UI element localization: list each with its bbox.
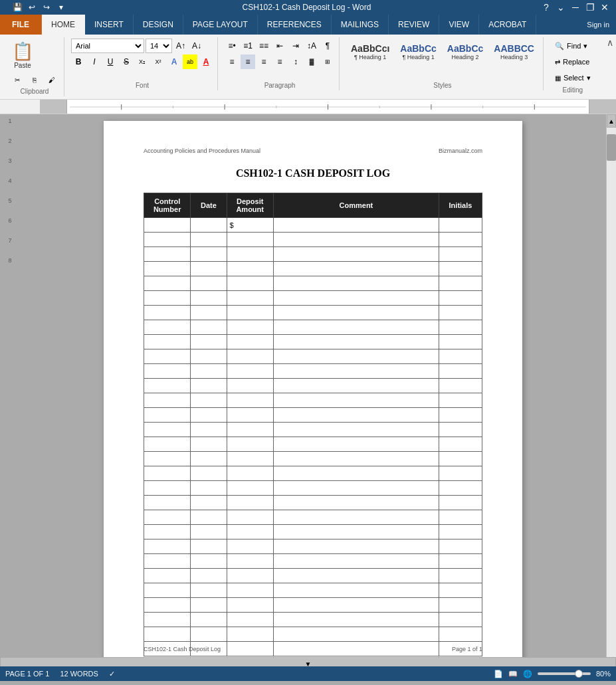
- tab-page-layout[interactable]: PAGE LAYOUT: [183, 15, 258, 35]
- table-row[interactable]: [144, 598, 482, 613]
- table-row[interactable]: [144, 233, 482, 247]
- tab-insert[interactable]: INSERT: [85, 15, 134, 35]
- table-row[interactable]: [144, 393, 482, 408]
- show-paragraph-button[interactable]: ¶: [320, 39, 335, 53]
- text-effect-button[interactable]: A: [167, 54, 181, 69]
- highlight-button[interactable]: ab: [183, 54, 197, 69]
- tab-design[interactable]: DESIGN: [134, 15, 183, 35]
- view-web-layout-button[interactable]: 🌐: [523, 670, 532, 678]
- table-row[interactable]: [144, 423, 482, 437]
- minimize-button[interactable]: ─: [569, 1, 581, 13]
- font-shrink-button[interactable]: A↓: [189, 39, 204, 53]
- table-row[interactable]: [144, 349, 482, 364]
- font-grow-button[interactable]: A↑: [173, 39, 188, 53]
- tab-mailings[interactable]: MAILINGS: [332, 15, 389, 35]
- table-row[interactable]: [144, 583, 482, 598]
- table-row[interactable]: [144, 262, 482, 276]
- table-row[interactable]: [144, 291, 482, 306]
- proofing-icon[interactable]: ✓: [109, 670, 115, 678]
- table-row[interactable]: [144, 452, 482, 466]
- table-row[interactable]: [144, 364, 482, 379]
- vertical-scrollbar[interactable]: ▲ ▼: [606, 114, 616, 666]
- sort-button[interactable]: ↕A: [304, 39, 319, 53]
- help-button[interactable]: ?: [540, 1, 552, 13]
- table-row[interactable]: [144, 466, 482, 481]
- document-page[interactable]: Accounting Policies and Procedures Manua…: [104, 121, 522, 666]
- find-button[interactable]: 🔍 Find ▾: [550, 39, 592, 53]
- select-button[interactable]: ▦ Select ▾: [550, 70, 595, 85]
- table-row[interactable]: [144, 496, 482, 510]
- align-right-button[interactable]: ≡: [257, 54, 271, 69]
- quick-access-more-button[interactable]: ▾: [54, 1, 68, 14]
- decrease-indent-button[interactable]: ⇤: [272, 39, 287, 53]
- format-painter-button[interactable]: 🖌: [44, 73, 60, 86]
- table-row[interactable]: [144, 379, 482, 393]
- header-deposit-amount: DepositAmount: [227, 193, 273, 218]
- style-heading2[interactable]: AaBbCc Heading 2: [444, 40, 486, 64]
- zoom-slider[interactable]: [538, 672, 591, 675]
- underline-button[interactable]: U: [103, 54, 118, 69]
- undo-button[interactable]: ↩: [25, 1, 39, 14]
- cut-button[interactable]: ✂: [9, 73, 25, 86]
- header-comment: Comment: [273, 193, 439, 218]
- table-row[interactable]: [144, 306, 482, 320]
- subscript-button[interactable]: X₂: [135, 54, 150, 69]
- superscript-button[interactable]: X²: [151, 54, 165, 69]
- table-row[interactable]: [144, 335, 482, 349]
- close-button[interactable]: ✕: [599, 1, 611, 13]
- align-left-button[interactable]: ≡: [225, 54, 239, 69]
- tab-home[interactable]: HOME: [42, 15, 85, 35]
- bold-button[interactable]: B: [71, 54, 86, 69]
- paste-button[interactable]: 📋 Paste: [9, 39, 36, 72]
- multilevel-list-button[interactable]: ≡≡: [257, 39, 271, 53]
- save-button[interactable]: 💾: [11, 1, 24, 14]
- tab-references[interactable]: REFERENCES: [258, 15, 332, 35]
- table-row[interactable]: [144, 437, 482, 452]
- table-row[interactable]: [144, 276, 482, 291]
- font-size-select[interactable]: 14: [146, 39, 172, 53]
- tab-view[interactable]: VIEW: [439, 15, 479, 35]
- line-spacing-button[interactable]: ↕: [288, 54, 303, 69]
- table-row[interactable]: [144, 320, 482, 335]
- copy-button[interactable]: ⎘: [27, 73, 43, 86]
- table-row[interactable]: [144, 510, 482, 525]
- font-name-select[interactable]: Arial: [71, 39, 144, 53]
- tab-review[interactable]: REVIEW: [389, 15, 439, 35]
- table-row[interactable]: $: [144, 218, 482, 233]
- replace-button[interactable]: ⇄ Replace: [550, 54, 594, 69]
- sign-in-button[interactable]: Sign in: [587, 15, 616, 35]
- tab-acrobat[interactable]: ACROBAT: [479, 15, 536, 35]
- table-row[interactable]: [144, 247, 482, 262]
- ribbon-collapse-arrow[interactable]: ∧: [607, 37, 613, 48]
- document-title[interactable]: CSH102-1 CASH DEPOSIT LOG: [144, 167, 482, 179]
- style-heading1[interactable]: AaBbCc ¶ Heading 1: [397, 40, 439, 64]
- table-row[interactable]: [144, 408, 482, 423]
- editing-label: Editing: [562, 86, 583, 94]
- table-row[interactable]: [144, 569, 482, 583]
- justify-button[interactable]: ≡: [272, 54, 287, 69]
- bullets-button[interactable]: ≡•: [225, 39, 239, 53]
- view-print-layout-button[interactable]: 📄: [494, 670, 503, 678]
- ribbon-collapse-button[interactable]: ⌄: [555, 1, 567, 13]
- italic-button[interactable]: I: [87, 54, 102, 69]
- style-heading3[interactable]: AABBCC Heading 3: [490, 40, 538, 64]
- table-row[interactable]: [144, 525, 482, 539]
- shading-button[interactable]: ▓: [304, 54, 319, 69]
- view-reading-mode-button[interactable]: 📖: [508, 670, 518, 678]
- font-color-button[interactable]: A: [199, 54, 213, 69]
- table-row[interactable]: [144, 481, 482, 496]
- increase-indent-button[interactable]: ⇥: [288, 39, 303, 53]
- redo-button[interactable]: ↪: [40, 1, 53, 14]
- tab-file[interactable]: FILE: [0, 15, 42, 35]
- style-normal[interactable]: AaBbCcı ¶ Heading 1: [348, 40, 393, 64]
- table-row[interactable]: [144, 627, 482, 642]
- numbering-button[interactable]: ≡1: [241, 39, 255, 53]
- align-center-button[interactable]: ≡: [241, 54, 255, 69]
- table-row[interactable]: [144, 539, 482, 554]
- find-icon: 🔍: [555, 42, 564, 50]
- restore-button[interactable]: ❐: [584, 1, 596, 13]
- table-row[interactable]: [144, 613, 482, 627]
- borders-button[interactable]: ⊞: [320, 54, 335, 69]
- table-row[interactable]: [144, 554, 482, 569]
- strikethrough-button[interactable]: S: [119, 54, 134, 69]
